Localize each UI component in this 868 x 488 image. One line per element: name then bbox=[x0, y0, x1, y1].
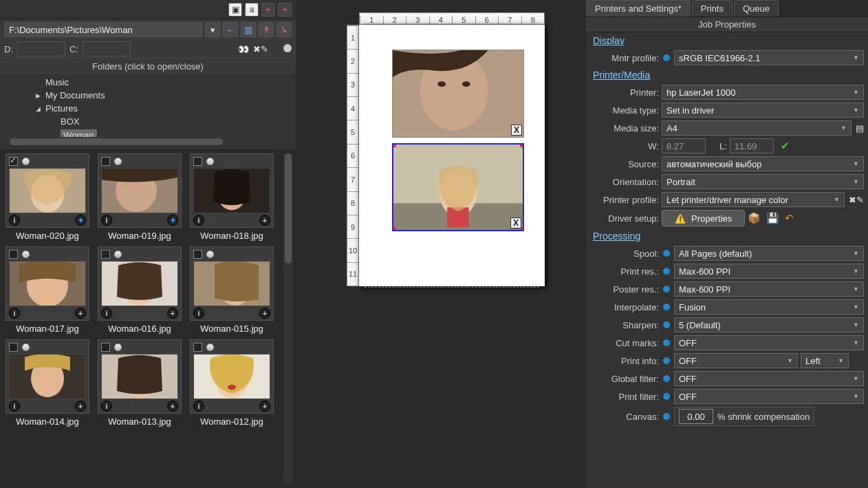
info-icon[interactable]: i bbox=[9, 401, 20, 412]
section-processing[interactable]: Processing bbox=[586, 228, 868, 244]
dot-icon[interactable] bbox=[663, 357, 670, 364]
page-image-2-selected[interactable]: X bbox=[392, 143, 524, 231]
select-icon-a[interactable]: a bbox=[245, 3, 259, 17]
select-orientation[interactable]: Portrait▼ bbox=[662, 174, 864, 189]
input-canvas[interactable]: 0.00 bbox=[679, 409, 713, 424]
thumbnail[interactable]: i+Woman-017.jpg bbox=[4, 246, 91, 334]
thumb-image[interactable] bbox=[193, 354, 270, 399]
thumb-radio[interactable] bbox=[22, 251, 30, 258]
thumbnail[interactable]: i✦Woman-019.jpg bbox=[96, 153, 183, 241]
info-icon[interactable]: i bbox=[101, 215, 112, 226]
thumb-checkbox[interactable] bbox=[101, 250, 110, 259]
select-interpolate[interactable]: Fusion▼ bbox=[674, 299, 864, 315]
info-icon[interactable]: i bbox=[9, 308, 20, 319]
book-icon[interactable]: ▥ bbox=[241, 22, 256, 37]
dot-icon[interactable] bbox=[663, 375, 670, 382]
thumb-image[interactable] bbox=[101, 354, 178, 399]
drive-d-select[interactable] bbox=[17, 41, 65, 56]
thumb-image[interactable] bbox=[101, 168, 178, 213]
thumbnail[interactable]: i+Woman-016.jpg bbox=[96, 246, 183, 334]
properties-button[interactable]: ⚠️ Properties bbox=[662, 210, 745, 226]
thumb-checkbox[interactable] bbox=[193, 157, 202, 166]
thumbs-vscroll[interactable] bbox=[283, 153, 293, 484]
path-input[interactable]: F:\Documents\Pictures\Woman bbox=[4, 22, 202, 37]
thumbnail[interactable]: i+Woman-018.jpg bbox=[188, 153, 275, 241]
select-print-info-side[interactable]: Left▼ bbox=[801, 353, 849, 368]
remove-image-2-button[interactable]: X bbox=[510, 218, 521, 229]
dot-icon[interactable] bbox=[663, 286, 670, 293]
thumb-radio[interactable] bbox=[114, 343, 122, 351]
add-icon[interactable]: + bbox=[75, 401, 86, 412]
save-icon[interactable]: 💾 bbox=[766, 212, 779, 224]
section-printer-media[interactable]: Printer/Media bbox=[586, 67, 868, 83]
add-icon[interactable]: + bbox=[75, 308, 86, 319]
info-icon[interactable]: i bbox=[193, 401, 204, 412]
select-sharpen[interactable]: 5 (Default)▼ bbox=[674, 317, 864, 332]
printer-profile-tools-icon[interactable]: ✖✎ bbox=[849, 195, 864, 205]
thumb-image[interactable] bbox=[101, 261, 178, 306]
add-icon[interactable]: + bbox=[167, 308, 178, 319]
info-icon[interactable]: i bbox=[9, 215, 20, 226]
thumb-radio[interactable] bbox=[22, 343, 30, 351]
thumb-radio[interactable] bbox=[22, 158, 30, 165]
select-mntr-profile[interactable]: sRGB IEC61966-2.1▼ bbox=[674, 50, 864, 65]
select-poster-res[interactable]: Max-600 PPI▼ bbox=[674, 282, 864, 297]
thumb-checkbox[interactable] bbox=[193, 250, 202, 259]
tree-hscroll[interactable] bbox=[8, 137, 279, 147]
thumb-radio[interactable] bbox=[114, 251, 122, 258]
dot-icon[interactable] bbox=[663, 304, 670, 310]
dot-icon[interactable] bbox=[663, 268, 670, 275]
info-icon[interactable]: i bbox=[101, 401, 112, 412]
added-icon[interactable]: ✦ bbox=[167, 215, 178, 226]
thumbnail[interactable]: i+Woman-013.jpg bbox=[96, 339, 183, 427]
select-cut-marks[interactable]: OFF▼ bbox=[674, 335, 864, 350]
add-icon[interactable]: + bbox=[259, 308, 270, 319]
thumb-radio[interactable] bbox=[114, 158, 122, 165]
thumb-radio[interactable] bbox=[206, 251, 214, 258]
page-image-1[interactable]: X bbox=[392, 50, 524, 138]
nav-back-button[interactable]: ← bbox=[223, 22, 238, 37]
tree-item-pictures[interactable]: ◢Pictures bbox=[0, 102, 296, 115]
input-length[interactable]: 11.69 bbox=[730, 138, 774, 153]
info-icon[interactable]: i bbox=[101, 308, 112, 319]
folders-header[interactable]: Folders (click to open/close) bbox=[0, 58, 296, 74]
tab-queue[interactable]: Queue bbox=[734, 0, 779, 17]
thumb-image[interactable] bbox=[193, 261, 270, 306]
info-icon[interactable]: i bbox=[193, 215, 204, 226]
select-icon-a-box[interactable]: ▣ bbox=[228, 3, 242, 17]
select-media-type[interactable]: Set in driver▼ bbox=[662, 103, 864, 118]
tab-prints[interactable]: Prints bbox=[692, 0, 733, 17]
undo-icon[interactable]: ↶ bbox=[785, 212, 794, 224]
thumbnail[interactable]: i✦Woman-020.jpg bbox=[4, 153, 91, 241]
add-icon[interactable]: + bbox=[167, 401, 178, 412]
thumb-checkbox[interactable] bbox=[9, 250, 18, 259]
add-icon[interactable]: + bbox=[259, 401, 270, 412]
dot-icon[interactable] bbox=[663, 321, 670, 328]
thumb-checkbox[interactable] bbox=[101, 157, 110, 166]
tools-icon[interactable]: ✖✎ bbox=[253, 44, 268, 54]
thumb-checkbox[interactable] bbox=[193, 343, 202, 352]
tree-item-box[interactable]: BOX bbox=[0, 115, 296, 128]
thumb-checkbox[interactable] bbox=[9, 343, 18, 352]
path-dropdown-button[interactable]: ▾ bbox=[205, 22, 220, 37]
tree-item-music[interactable]: Music bbox=[0, 76, 296, 89]
select-print-filter[interactable]: OFF▼ bbox=[674, 389, 864, 404]
media-size-extra-icon[interactable]: ▤ bbox=[856, 123, 864, 134]
remove-image-1-button[interactable]: X bbox=[511, 125, 522, 136]
dot-icon[interactable] bbox=[663, 339, 670, 346]
dot-icon[interactable] bbox=[663, 250, 670, 257]
select-global-filter[interactable]: OFF▼ bbox=[674, 371, 864, 386]
thumb-image[interactable] bbox=[193, 168, 270, 213]
thumb-checkbox[interactable] bbox=[9, 157, 18, 166]
select-print-info[interactable]: OFF▼ bbox=[674, 353, 798, 368]
input-width[interactable]: 8.27 bbox=[662, 138, 706, 153]
thumb-image[interactable] bbox=[9, 354, 86, 399]
select-source[interactable]: автоматический выбор▼ bbox=[662, 156, 864, 171]
added-icon[interactable]: ✦ bbox=[75, 215, 86, 226]
add-button[interactable]: + bbox=[261, 3, 275, 17]
print-page[interactable]: X X bbox=[359, 25, 545, 286]
package-icon[interactable]: 📦 bbox=[748, 212, 761, 224]
select-printer-profile[interactable]: Let printer/driver manage color▼ bbox=[662, 192, 845, 207]
add-all-button[interactable]: + bbox=[278, 3, 292, 17]
thumbnail[interactable]: i+Woman-014.jpg bbox=[4, 339, 91, 427]
